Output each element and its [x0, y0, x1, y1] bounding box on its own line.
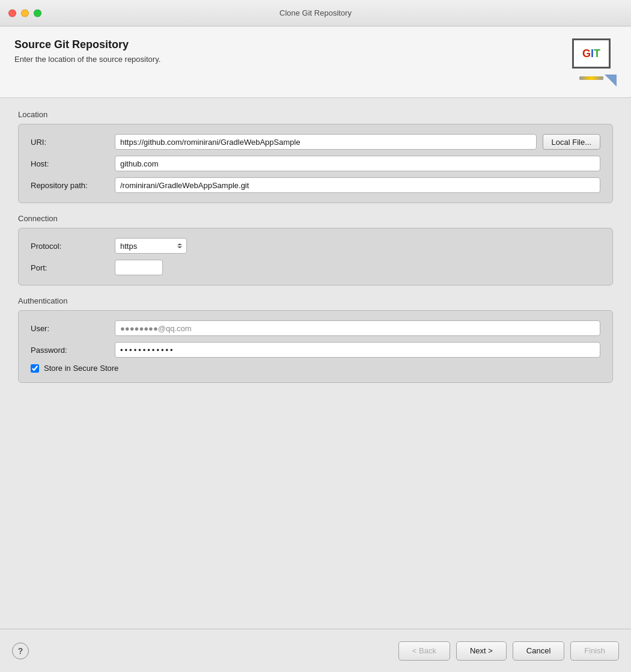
uri-row: URI: Local File...	[31, 134, 600, 150]
next-button[interactable]: Next >	[456, 641, 507, 661]
uri-input[interactable]	[115, 134, 537, 150]
repo-path-label: Repository path:	[31, 181, 115, 190]
titlebar: Clone Git Repository	[0, 0, 631, 26]
cancel-button[interactable]: Cancel	[513, 641, 564, 661]
finish-button[interactable]: Finish	[570, 641, 619, 661]
protocol-select[interactable]: https ssh git ftp	[115, 238, 187, 254]
git-icon-box: G I T	[572, 38, 611, 69]
close-button[interactable]	[8, 9, 16, 17]
back-button[interactable]: < Back	[398, 641, 450, 661]
user-input[interactable]	[115, 320, 600, 336]
password-row: Password:	[31, 342, 600, 358]
host-input[interactable]	[115, 156, 600, 171]
authentication-section-box: User: Password: Store in Secure Store	[18, 310, 613, 383]
bottom-left: ?	[12, 643, 29, 659]
git-letter-t: T	[594, 47, 600, 60]
secure-store-label[interactable]: Store in Secure Store	[44, 364, 118, 373]
bottom-buttons: < Back Next > Cancel Finish	[398, 641, 619, 661]
protocol-label: Protocol:	[31, 242, 115, 251]
window-title: Clone Git Repository	[279, 8, 352, 17]
main-content: Source Git Repository Enter the location…	[0, 26, 631, 672]
secure-store-row: Store in Secure Store	[31, 364, 600, 373]
git-arrow-icon	[605, 75, 617, 87]
password-input[interactable]	[115, 342, 600, 358]
secure-store-checkbox[interactable]	[31, 364, 39, 373]
form-area: Location URI: Local File... Host: Reposi…	[0, 98, 631, 629]
password-label: Password:	[31, 346, 115, 355]
bottom-bar: ? < Back Next > Cancel Finish	[0, 629, 631, 672]
host-label: Host:	[31, 159, 115, 168]
header-text: Source Git Repository Enter the location…	[14, 38, 160, 64]
header-section: Source Git Repository Enter the location…	[0, 26, 631, 98]
titlebar-buttons	[8, 9, 41, 17]
connection-section-box: Protocol: https ssh git ftp Port:	[18, 228, 613, 286]
repo-path-input[interactable]	[115, 177, 600, 193]
connection-section-label: Connection	[18, 214, 613, 223]
location-section-box: URI: Local File... Host: Repository path…	[18, 124, 613, 203]
port-label: Port:	[31, 263, 115, 272]
uri-label: URI:	[31, 138, 115, 147]
port-row: Port:	[31, 260, 600, 275]
host-row: Host:	[31, 156, 600, 171]
local-file-button[interactable]: Local File...	[543, 134, 600, 150]
location-section-label: Location	[18, 110, 613, 119]
maximize-button[interactable]	[34, 9, 41, 17]
minimize-button[interactable]	[21, 9, 29, 17]
uri-input-group: Local File...	[115, 134, 600, 150]
repo-path-row: Repository path:	[31, 177, 600, 193]
port-input[interactable]	[115, 260, 163, 275]
page-description: Enter the location of the source reposit…	[14, 55, 160, 64]
user-row: User:	[31, 320, 600, 336]
user-label: User:	[31, 324, 115, 333]
git-letter-g: G	[582, 47, 591, 60]
authentication-section-label: Authentication	[18, 296, 613, 305]
git-icon: G I T	[569, 38, 617, 87]
protocol-row: Protocol: https ssh git ftp	[31, 238, 600, 254]
help-button[interactable]: ?	[12, 643, 29, 659]
git-cable-line	[579, 76, 603, 80]
page-heading: Source Git Repository	[14, 38, 160, 51]
